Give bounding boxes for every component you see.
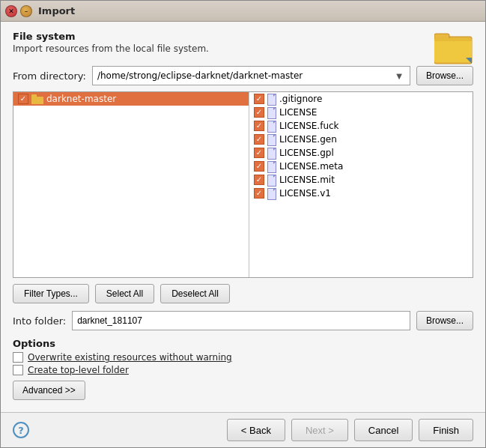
cancel-button[interactable]: Cancel — [354, 419, 413, 441]
advanced-button[interactable]: Advanced >> — [13, 381, 85, 400]
into-folder-browse-button[interactable]: Browse... — [416, 311, 473, 330]
file-checkbox-license-mit[interactable] — [254, 175, 264, 185]
file-icon-license-v1 — [267, 188, 276, 199]
header-section: File system Import resources from the lo… — [13, 31, 473, 61]
svg-rect-2 — [434, 38, 472, 62]
from-directory-label: From directory: — [13, 70, 86, 82]
file-item-license-gen[interactable]: LICENSE.gen — [249, 133, 473, 146]
file-label-gitignore: .gitignore — [279, 94, 322, 104]
file-checkbox-gitignore[interactable] — [254, 94, 264, 104]
finish-button[interactable]: Finish — [419, 419, 473, 441]
footer-buttons: < Back Next > Cancel Finish — [227, 419, 473, 441]
file-item-gitignore[interactable]: .gitignore — [249, 92, 473, 106]
file-item-license-meta[interactable]: LICENSE.meta — [249, 160, 473, 173]
create-toplevel-label[interactable]: Create top-level folder — [28, 365, 129, 375]
back-button[interactable]: < Back — [227, 419, 285, 441]
next-button[interactable]: Next > — [291, 419, 348, 441]
window-title: Import — [38, 5, 75, 16]
titlebar-buttons: ✕ – — [5, 5, 32, 17]
minimize-button[interactable]: – — [20, 5, 32, 17]
overwrite-option-row: Overwrite existing resources without war… — [13, 352, 473, 363]
import-dialog: ✕ – Import File system Import resources … — [0, 0, 486, 448]
tree-area: darknet-master .gitignore LICENSE — [13, 91, 473, 278]
filter-types-button[interactable]: Filter Types... — [13, 284, 89, 303]
select-all-button[interactable]: Select All — [95, 284, 154, 303]
file-label-license-fuck: LICENSE.fuck — [279, 121, 339, 131]
help-button[interactable]: ? — [13, 422, 29, 438]
file-label-license-v1: LICENSE.v1 — [279, 188, 331, 199]
file-item-license-v1[interactable]: LICENSE.v1 — [249, 187, 473, 200]
file-list: .gitignore LICENSE LICENSE.fuck LICENSE.… — [249, 92, 473, 277]
file-label-license-mit: LICENSE.mit — [279, 175, 335, 185]
overwrite-checkbox[interactable] — [13, 352, 23, 363]
folder-tree: darknet-master — [13, 92, 249, 277]
file-icon-license-meta — [267, 161, 276, 172]
from-directory-browse-button[interactable]: Browse... — [416, 66, 473, 85]
file-icon-gitignore — [267, 94, 276, 104]
dialog-footer: ? < Back Next > Cancel Finish — [1, 412, 485, 447]
file-icon-license-mit — [267, 175, 276, 185]
file-item-license-fuck[interactable]: LICENSE.fuck — [249, 119, 473, 133]
file-icon-license — [267, 107, 276, 118]
file-label-license: LICENSE — [279, 107, 317, 118]
file-checkbox-license-v1[interactable] — [254, 188, 264, 199]
file-checkbox-license-gen[interactable] — [254, 134, 264, 145]
file-label-license-meta: LICENSE.meta — [279, 161, 343, 172]
close-button[interactable]: ✕ — [5, 5, 17, 17]
file-checkbox-license[interactable] — [254, 107, 264, 118]
section-title: File system — [13, 31, 428, 42]
overwrite-label[interactable]: Overwrite existing resources without war… — [28, 352, 232, 363]
file-checkbox-license-meta[interactable] — [254, 161, 264, 172]
file-icon-license-gpl — [267, 148, 276, 158]
section-description: Import resources from the local file sys… — [13, 43, 428, 54]
from-directory-combo[interactable]: /home/strong/eclipse-darknet/darknet-mas… — [92, 66, 410, 85]
file-checkbox-license-fuck[interactable] — [254, 121, 264, 131]
folder-icon-darknet-master — [31, 94, 43, 104]
options-title: Options — [13, 338, 473, 349]
from-directory-row: From directory: /home/strong/eclipse-dar… — [13, 66, 473, 85]
file-label-license-gen: LICENSE.gen — [279, 134, 337, 145]
create-toplevel-option-row: Create top-level folder — [13, 365, 473, 375]
file-item-license[interactable]: LICENSE — [249, 106, 473, 119]
into-folder-label: Into folder: — [13, 315, 66, 327]
tree-item-label-darknet-master: darknet-master — [46, 94, 116, 104]
create-toplevel-checkbox[interactable] — [13, 365, 23, 375]
into-folder-input[interactable] — [72, 311, 410, 330]
options-section: Options Overwrite existing resources wit… — [13, 338, 473, 400]
svg-rect-3 — [434, 38, 472, 41]
into-folder-row: Into folder: Browse... — [13, 311, 473, 330]
dialog-content: File system Import resources from the lo… — [1, 22, 485, 412]
file-item-license-gpl[interactable]: LICENSE.gpl — [249, 146, 473, 160]
from-directory-value: /home/strong/eclipse-darknet/darknet-mas… — [97, 70, 393, 81]
file-checkbox-license-gpl[interactable] — [254, 148, 264, 158]
file-item-license-mit[interactable]: LICENSE.mit — [249, 173, 473, 187]
combo-arrow-icon: ▼ — [393, 72, 405, 80]
folder-icon — [434, 31, 473, 67]
file-icon-license-fuck — [267, 121, 276, 131]
file-label-license-gpl: LICENSE.gpl — [279, 148, 334, 158]
tree-checkbox-darknet-master[interactable] — [18, 94, 28, 104]
titlebar: ✕ – Import — [1, 1, 485, 22]
tree-item-darknet-master[interactable]: darknet-master — [13, 92, 249, 106]
file-icon-license-gen — [267, 134, 276, 145]
actions-row: Filter Types... Select All Deselect All — [13, 284, 473, 303]
deselect-all-button[interactable]: Deselect All — [160, 284, 230, 303]
